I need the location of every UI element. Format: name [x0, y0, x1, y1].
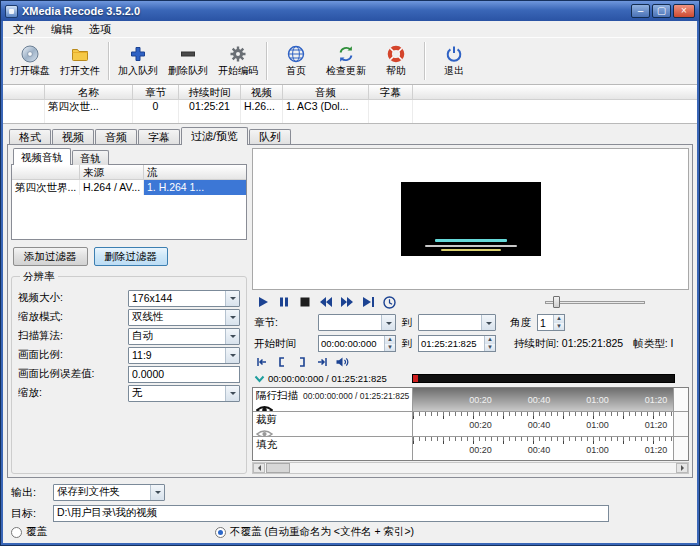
- title-bar[interactable]: XMedia Recode 3.5.2.0 – ▢ ×: [1, 1, 699, 21]
- chevron-down-icon[interactable]: [481, 315, 495, 330]
- menu-edit[interactable]: 编辑: [43, 21, 81, 38]
- aspect-error-input[interactable]: [128, 366, 240, 383]
- scroll-left-arrow[interactable]: [253, 463, 265, 473]
- scale-mode-select[interactable]: 双线性: [128, 309, 240, 326]
- video-frame[interactable]: [401, 182, 541, 256]
- scale-mode-label: 缩放模式:: [18, 310, 128, 324]
- chapter-from-select[interactable]: [318, 314, 396, 331]
- goto-time-button[interactable]: [380, 295, 398, 310]
- start-encoding-button[interactable]: 开始编码: [213, 40, 263, 83]
- menu-options[interactable]: 选项: [81, 21, 119, 38]
- track-crop[interactable]: 裁剪 00:20 00:40 01:00 01:20: [253, 412, 688, 436]
- stop-button[interactable]: [296, 295, 314, 310]
- spin-up-icon[interactable]: ▲: [485, 336, 495, 344]
- track-timeline-ruler[interactable]: 00:20 00:40 01:00 01:20: [413, 437, 674, 460]
- open-disc-button[interactable]: 打开碟盘: [5, 40, 55, 83]
- timeline-horizontal-scrollbar[interactable]: [252, 462, 689, 474]
- track-visibility-toggle[interactable]: [256, 404, 409, 411]
- output-mode-select[interactable]: 保存到文件夹: [53, 484, 165, 501]
- target-path-input[interactable]: [53, 505, 609, 522]
- track-padding[interactable]: 填充 00:20 00:40 01:00 01:20: [253, 437, 688, 460]
- pause-icon: [278, 296, 290, 308]
- remove-from-queue-button[interactable]: 删除队列: [163, 40, 213, 83]
- audio-mute-button[interactable]: [334, 355, 350, 369]
- maximize-button[interactable]: ▢: [652, 4, 671, 18]
- scrollbar-track[interactable]: [290, 463, 671, 473]
- add-filter-button[interactable]: 添加过滤器: [13, 247, 88, 266]
- overwrite-radio[interactable]: 覆盖: [11, 525, 47, 539]
- spin-down-icon[interactable]: ▼: [554, 323, 564, 331]
- column-subtitle[interactable]: 字幕: [369, 85, 413, 99]
- start-time-input[interactable]: 00:00:00:000 ▲▼: [318, 335, 396, 352]
- chevron-down-icon[interactable]: [225, 348, 239, 363]
- pause-button[interactable]: [275, 295, 293, 310]
- chevron-down-icon[interactable]: [225, 310, 239, 325]
- subtab-video-track[interactable]: 视频音轨: [13, 148, 71, 165]
- chevron-down-icon[interactable]: [225, 329, 239, 344]
- spinner-arrows[interactable]: ▲▼: [384, 336, 395, 351]
- tab-subtitle[interactable]: 字幕: [138, 129, 180, 145]
- slider-thumb[interactable]: [553, 296, 560, 308]
- tab-format[interactable]: 格式: [9, 129, 51, 145]
- mark-in-button[interactable]: [274, 355, 290, 369]
- fast-forward-button[interactable]: [338, 295, 356, 310]
- timeline-progress-bar[interactable]: [412, 374, 675, 383]
- rewind-button[interactable]: [317, 295, 335, 310]
- file-row[interactable]: 第四次世... 0 01:25:21 H.26... 1. AC3 (Dol..…: [3, 100, 697, 113]
- add-to-queue-button[interactable]: 加入队列: [113, 40, 163, 83]
- remove-filter-button[interactable]: 删除过滤器: [94, 247, 169, 266]
- homepage-button[interactable]: 首页: [271, 40, 321, 83]
- volume-slider[interactable]: [545, 295, 645, 309]
- column-audio[interactable]: 音频: [283, 85, 369, 99]
- scan-method-select[interactable]: 自动: [128, 328, 240, 345]
- play-button[interactable]: [254, 295, 272, 310]
- tab-audio[interactable]: 音频: [95, 129, 137, 145]
- menu-file[interactable]: 文件: [5, 21, 43, 38]
- help-button[interactable]: 帮助: [371, 40, 421, 83]
- step-forward-button[interactable]: [359, 295, 377, 310]
- subtab-audio-track[interactable]: 音轨: [72, 150, 109, 165]
- column-name[interactable]: 名称: [45, 85, 133, 99]
- close-button[interactable]: ×: [673, 4, 695, 18]
- angle-spinner[interactable]: 1 ▲▼: [537, 314, 565, 331]
- chevron-down-icon[interactable]: [225, 386, 239, 401]
- column-video[interactable]: 视频: [241, 85, 283, 99]
- spinner-arrows[interactable]: ▲▼: [484, 336, 495, 351]
- end-time-input[interactable]: 01:25:21:825 ▲▼: [418, 335, 496, 352]
- chevron-down-icon[interactable]: [150, 485, 164, 500]
- chevron-down-icon[interactable]: [381, 315, 395, 330]
- chevron-down-icon[interactable]: [225, 291, 239, 306]
- tab-queue[interactable]: 队列: [249, 129, 291, 145]
- track-timeline-ruler[interactable]: 00:20 00:40 01:00 01:20: [413, 412, 674, 435]
- tab-video[interactable]: 视频: [52, 129, 94, 145]
- check-update-button[interactable]: 检查更新: [321, 40, 371, 83]
- goto-end-button[interactable]: [314, 355, 330, 369]
- spin-down-icon[interactable]: ▼: [385, 344, 395, 352]
- video-size-select[interactable]: 176x144: [128, 290, 240, 307]
- column-chapter[interactable]: 章节: [133, 85, 179, 99]
- open-file-button[interactable]: 打开文件: [55, 40, 105, 83]
- stream-column-source[interactable]: 来源: [80, 165, 144, 179]
- goto-start-button[interactable]: [254, 355, 270, 369]
- spinner-arrows[interactable]: ▲▼: [553, 315, 564, 330]
- zoom-select[interactable]: 无: [128, 385, 240, 402]
- chapter-to-select[interactable]: [418, 314, 496, 331]
- spin-up-icon[interactable]: ▲: [554, 315, 564, 323]
- spin-up-icon[interactable]: ▲: [385, 336, 395, 344]
- spin-down-icon[interactable]: ▼: [485, 344, 495, 352]
- column-duration[interactable]: 持续时间: [179, 85, 241, 99]
- stream-row[interactable]: 第四次世界... H.264 / AV... 1. H.264 1...: [12, 180, 246, 195]
- track-timeline-band[interactable]: 00:20 00:40 01:00 01:20: [413, 388, 674, 411]
- track-visibility-toggle[interactable]: [256, 428, 409, 435]
- minimize-button[interactable]: –: [631, 4, 650, 18]
- tab-filter-preview[interactable]: 过滤/预览: [181, 127, 248, 145]
- scrollbar-thumb[interactable]: [266, 463, 290, 473]
- mark-out-button[interactable]: [294, 355, 310, 369]
- stream-column-stream[interactable]: 流: [144, 165, 246, 179]
- no-overwrite-radio[interactable]: 不覆盖 (自动重命名为 <文件名 + 索引>): [215, 525, 414, 539]
- scroll-right-arrow[interactable]: [676, 463, 688, 473]
- track-deinterlace[interactable]: 隔行扫描 00:00:00:000 / 01:25:21:825 00:20 0…: [253, 388, 688, 412]
- exit-button[interactable]: 退出: [429, 40, 479, 83]
- resolution-group-label: 分辨率: [20, 270, 58, 284]
- aspect-ratio-select[interactable]: 11:9: [128, 347, 240, 364]
